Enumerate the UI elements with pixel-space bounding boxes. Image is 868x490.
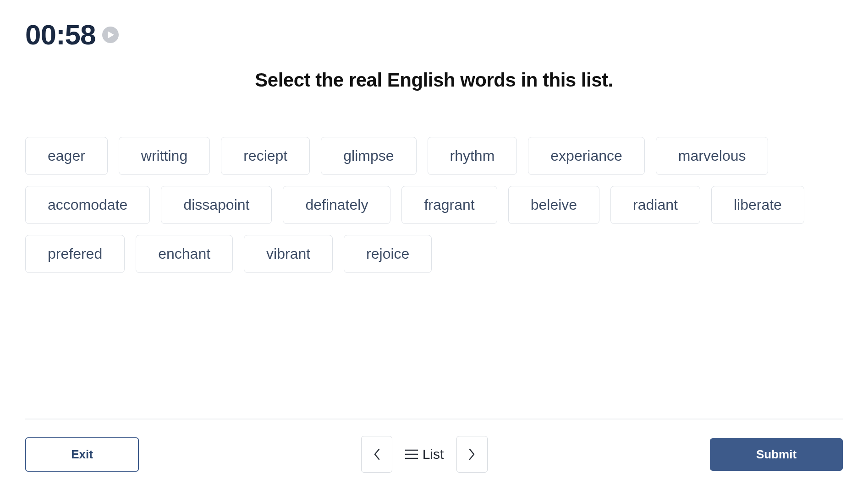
word-chip[interactable]: rhythm: [428, 137, 517, 175]
list-label: List: [423, 446, 444, 462]
next-button[interactable]: [456, 436, 488, 473]
word-chip[interactable]: glimpse: [321, 137, 416, 175]
submit-button[interactable]: Submit: [710, 438, 843, 471]
word-chip[interactable]: dissapoint: [161, 186, 272, 224]
word-chip[interactable]: beleive: [508, 186, 599, 224]
word-chip[interactable]: reciept: [221, 137, 310, 175]
word-chip[interactable]: vibrant: [244, 235, 333, 273]
timer-display: 00:58: [25, 18, 96, 51]
word-chip[interactable]: enchant: [136, 235, 233, 273]
chevron-left-icon: [374, 448, 380, 460]
word-chip[interactable]: marvelous: [656, 137, 769, 175]
instruction-text: Select the real English words in this li…: [25, 69, 843, 91]
word-chip[interactable]: writting: [119, 137, 210, 175]
prev-button[interactable]: [361, 436, 392, 473]
word-chip[interactable]: prefered: [25, 235, 125, 273]
word-chip[interactable]: liberate: [711, 186, 804, 224]
nav-group: List: [361, 436, 488, 473]
timer-row: 00:58: [25, 18, 843, 51]
chevron-right-icon: [469, 448, 475, 460]
word-chip[interactable]: fragrant: [401, 186, 497, 224]
word-chip[interactable]: radiant: [610, 186, 700, 224]
word-chip[interactable]: definately: [283, 186, 390, 224]
exit-button[interactable]: Exit: [25, 437, 139, 472]
list-link[interactable]: List: [401, 446, 448, 462]
word-chip[interactable]: eager: [25, 137, 108, 175]
list-icon: [405, 449, 418, 459]
word-chip[interactable]: rejoice: [344, 235, 432, 273]
footer-divider: [25, 419, 843, 419]
words-container: eager writting reciept glimpse rhythm ex…: [25, 137, 843, 273]
footer: Exit List: [0, 419, 868, 490]
word-chip[interactable]: experiance: [528, 137, 645, 175]
word-chip[interactable]: accomodate: [25, 186, 150, 224]
play-icon[interactable]: [102, 27, 119, 43]
